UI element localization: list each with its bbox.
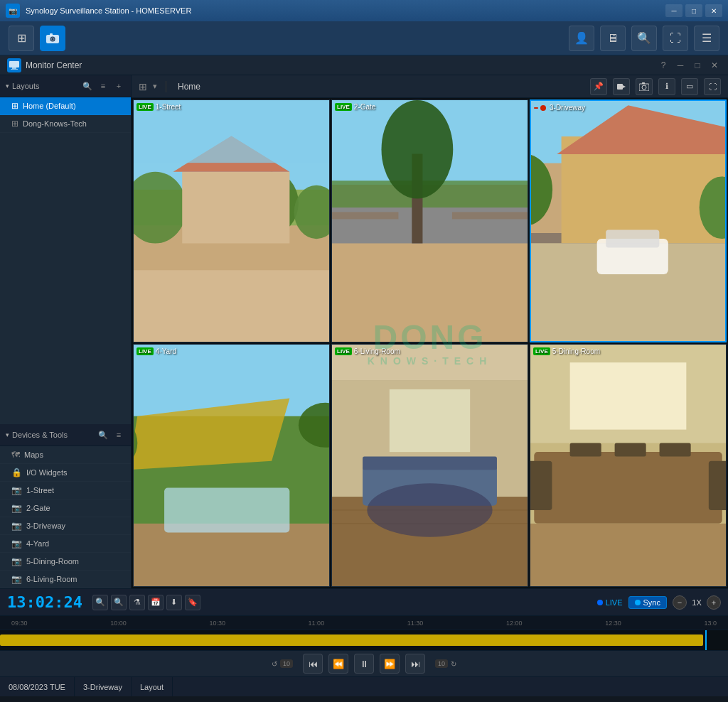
camera-3-label: 3-Driveway bbox=[534, 104, 585, 112]
tick-1030: 10:30 bbox=[209, 620, 225, 627]
tick-1200: 12:00 bbox=[506, 620, 523, 627]
maximize-button[interactable]: □ bbox=[685, 4, 702, 17]
svg-rect-55 bbox=[363, 456, 497, 470]
status-camera-name: 3-Driveway bbox=[75, 677, 132, 696]
speed-increase-button[interactable]: + bbox=[707, 595, 721, 610]
camera-rec-button[interactable] bbox=[613, 78, 630, 95]
status-date-text: 08/08/2023 TUE bbox=[9, 683, 65, 691]
cam6-icon: 📷 bbox=[11, 574, 22, 584]
camera-cell-6-diningroom[interactable]: LIVE 5-Dining-Room bbox=[530, 344, 727, 587]
monitor-center-title: Monitor Center bbox=[26, 60, 653, 70]
camera-cell-2-gate[interactable]: LIVE 2-Gate bbox=[331, 99, 528, 342]
prev-frame-button[interactable]: ⏪ bbox=[328, 654, 348, 674]
svg-rect-65 bbox=[660, 443, 691, 457]
speed-decrease-button[interactable]: − bbox=[673, 595, 687, 610]
layouts-sort-button[interactable]: ≡ bbox=[97, 80, 109, 92]
layouts-search-button[interactable]: 🔍 bbox=[81, 80, 94, 92]
camera-cell-5-livingroom[interactable]: LIVE 6-Living-Room bbox=[331, 344, 528, 587]
sidebar-item-home-label: Home (Default) bbox=[23, 102, 76, 110]
camera-area: ⊞ ▾ Home 📌 ℹ ▭ ⛶ bbox=[132, 75, 728, 588]
cam4-name: 4-Yard bbox=[156, 347, 176, 355]
sidebar-item-cam-3-driveway[interactable]: 📷 3-Driveway bbox=[0, 517, 131, 535]
monitor-help-button[interactable]: ? bbox=[657, 59, 670, 72]
svg-rect-16 bbox=[134, 270, 329, 342]
cam6-live-badge: LIVE bbox=[533, 347, 550, 355]
zoom-out-button[interactable]: 🔍 bbox=[92, 595, 108, 610]
sidebar-item-dong-knows-tech[interactable]: ⊞ Dong-Knows-Tech bbox=[0, 115, 131, 133]
devices-tools-chevron: ▾ bbox=[6, 431, 9, 438]
step-fwd-button[interactable]: ⏭ bbox=[405, 654, 425, 674]
camera-info-button[interactable]: ℹ bbox=[658, 78, 675, 95]
person-icon-button[interactable]: 👤 bbox=[569, 26, 594, 51]
camera-header-title: Home bbox=[178, 82, 584, 92]
camera-cell-3-driveway[interactable]: 3-Driveway bbox=[530, 99, 727, 342]
bookmark-button[interactable]: 🔖 bbox=[185, 595, 200, 610]
export-button[interactable]: ⬇ bbox=[166, 595, 182, 610]
status-layout: Layout bbox=[132, 677, 173, 696]
calendar-button[interactable]: 📅 bbox=[148, 595, 164, 610]
sidebar-item-cam-5-dining-room[interactable]: 📷 5-Dining-Room bbox=[0, 553, 131, 571]
tick-0930: 09:30 bbox=[11, 620, 28, 627]
cam4-live-badge: LIVE bbox=[136, 347, 154, 355]
sidebar-cam4-label: 4-Yard bbox=[26, 539, 49, 548]
grid-icon: ⊞ bbox=[11, 101, 18, 111]
tick-1100: 11:00 bbox=[309, 620, 325, 627]
svg-rect-7 bbox=[617, 84, 623, 90]
monitor-minimize-button[interactable]: ─ bbox=[674, 59, 687, 72]
devices-sort-button[interactable]: ≡ bbox=[112, 428, 125, 441]
camera-cell-1-street[interactable]: LIVE 1-Street bbox=[133, 99, 330, 342]
menu-button[interactable]: ☰ bbox=[694, 26, 719, 51]
devices-search-button[interactable]: 🔍 bbox=[97, 428, 109, 441]
sidebar-item-cam-4-yard[interactable]: 📷 4-Yard bbox=[0, 535, 131, 553]
zoom-in-button[interactable]: 🔍 bbox=[111, 595, 127, 610]
camera-1-label: LIVE 1-Street bbox=[136, 103, 181, 111]
sidebar-io-label: I/O Widgets bbox=[26, 468, 67, 477]
fullscreen-button[interactable]: ⛶ bbox=[663, 26, 688, 51]
search-icon-button[interactable]: 🔍 bbox=[631, 26, 657, 51]
sidebar-item-cam-6-living-room[interactable]: 📷 6-Living-Room bbox=[0, 571, 131, 588]
close-button[interactable]: ✕ bbox=[705, 4, 722, 17]
camera-fullscreen-button[interactable]: ⛶ bbox=[704, 78, 721, 95]
speed-control: − 1X + bbox=[673, 595, 721, 610]
svg-rect-57 bbox=[390, 389, 470, 452]
camera-pin-button[interactable]: 📌 bbox=[590, 78, 607, 95]
titlebar: 📷 Synology Surveillance Station - HOMESE… bbox=[0, 0, 728, 21]
monitor-close-button[interactable]: ✕ bbox=[708, 59, 721, 72]
sync-button[interactable]: Sync bbox=[628, 596, 667, 609]
status-date: 08/08/2023 TUE bbox=[0, 677, 75, 696]
sidebar-item-cam-1-street[interactable]: 📷 1-Street bbox=[0, 482, 131, 500]
layouts-add-button[interactable]: + bbox=[112, 80, 125, 92]
sidebar-item-io-widgets[interactable]: 🔒 I/O Widgets bbox=[0, 464, 131, 482]
grid-view-button[interactable]: ⊞ bbox=[9, 26, 34, 51]
svg-rect-66 bbox=[709, 461, 726, 510]
camera-view-button[interactable]: ▭ bbox=[681, 78, 698, 95]
svg-rect-47 bbox=[164, 487, 289, 532]
monitor-icon-button[interactable]: 🖥 bbox=[600, 26, 626, 51]
svg-rect-26 bbox=[332, 243, 528, 342]
sidebar-cam2-label: 2-Gate bbox=[26, 504, 50, 512]
devices-tools-header[interactable]: ▾ Devices & Tools 🔍 ≡ bbox=[0, 424, 131, 446]
next-frame-button[interactable]: ⏩ bbox=[380, 654, 400, 674]
cam4-icon: 📷 bbox=[11, 539, 22, 549]
camera-grid: DONG KNOWS·TECH bbox=[132, 98, 728, 588]
cam2-icon: 📷 bbox=[11, 503, 22, 513]
cam5-live-badge: LIVE bbox=[335, 347, 352, 355]
camera-button[interactable] bbox=[40, 26, 65, 51]
monitor-restore-button[interactable]: □ bbox=[691, 59, 704, 72]
camera-snapshot-button[interactable] bbox=[636, 78, 653, 95]
timeline-track[interactable] bbox=[0, 630, 728, 650]
filter-button[interactable]: ⚗ bbox=[129, 595, 145, 610]
sidebar-item-cam-2-gate[interactable]: 📷 2-Gate bbox=[0, 500, 131, 517]
step-back-button[interactable]: ⏮ bbox=[303, 654, 323, 674]
sidebar-item-maps[interactable]: 🗺 Maps bbox=[0, 446, 131, 464]
camera-feed-5 bbox=[332, 345, 528, 586]
camera-6-label: LIVE 5-Dining-Room bbox=[533, 347, 600, 355]
camera-cell-4-yard[interactable]: LIVE 4-Yard bbox=[133, 344, 330, 587]
window-controls: ─ □ ✕ bbox=[665, 4, 722, 17]
layouts-section-header[interactable]: ▾ Layouts 🔍 ≡ + bbox=[0, 75, 131, 97]
minimize-button[interactable]: ─ bbox=[665, 4, 682, 17]
svg-point-36 bbox=[531, 154, 552, 225]
svg-rect-60 bbox=[570, 362, 687, 429]
pause-button[interactable]: ⏸ bbox=[354, 654, 374, 674]
sidebar-item-home-default[interactable]: ⊞ Home (Default) bbox=[0, 97, 131, 115]
